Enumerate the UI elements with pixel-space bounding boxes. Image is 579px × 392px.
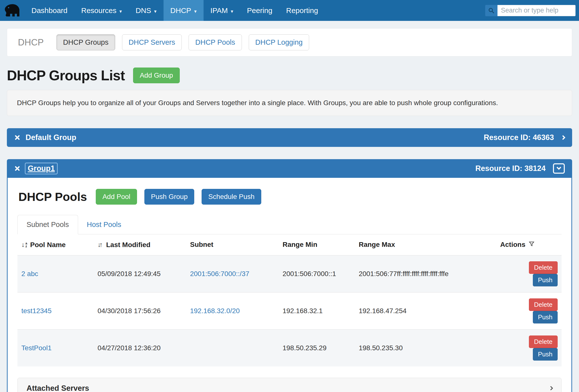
pool-name-link[interactable]: TestPool1 — [21, 344, 52, 352]
table-row: 2 abc 05/09/2018 12:49:45 2001:506:7000:… — [17, 255, 562, 292]
column-pool-name[interactable]: ↓az Pool Name — [17, 234, 94, 255]
column-actions: Actions — [496, 234, 562, 255]
nav-item-label: Resources — [81, 6, 116, 15]
table-row: TestPool1 04/27/2018 12:36:20 198.50.235… — [17, 329, 562, 366]
subnav-dhcp-logging-button[interactable]: DHCP Logging — [249, 34, 309, 50]
delete-button[interactable]: Delete — [529, 261, 558, 274]
last-modified-cell: 04/30/2018 17:56:26 — [94, 292, 186, 329]
chevron-down-icon — [556, 165, 561, 170]
push-button[interactable]: Push — [533, 311, 558, 323]
remove-group-icon[interactable] — [14, 134, 20, 141]
tab-subnet-pools[interactable]: Subnet Pools — [17, 215, 78, 234]
pool-name-link[interactable]: 2 abc — [21, 270, 38, 278]
add-group-button[interactable]: Add Group — [133, 68, 179, 83]
chevron-right-icon[interactable] — [561, 135, 566, 140]
page-description: DHCP Groups help you to organize all of … — [7, 90, 572, 116]
group-name-link[interactable]: Group1 — [26, 163, 57, 174]
pool-tabs: Subnet Pools Host Pools — [17, 215, 562, 234]
delete-button[interactable]: Delete — [529, 335, 558, 348]
nav-item-label: Dashboard — [31, 6, 68, 15]
resource-id-label: Resource ID: 46363 — [484, 133, 554, 142]
section-label: DHCP — [18, 37, 44, 48]
search-icon[interactable] — [485, 5, 498, 16]
filter-icon[interactable] — [528, 241, 535, 248]
nav-item-label: IPAM — [211, 6, 228, 15]
range-max-cell: 192.168.47.254 — [355, 292, 496, 329]
add-pool-button[interactable]: Add Pool — [96, 189, 137, 205]
sort-alphanumeric-icon[interactable]: ↓az — [21, 241, 27, 248]
resource-id-label: Resource ID: 38124 — [475, 164, 546, 173]
group-body: DHCP Pools Add Pool Push Group Schedule … — [7, 178, 572, 392]
nav-item-dashboard[interactable]: Dashboard — [25, 0, 74, 21]
group-panel-group1: Group1 Resource ID: 38124 DHCP Pools Add… — [7, 159, 572, 392]
subnav-dhcp-groups-button[interactable]: DHCP Groups — [57, 34, 115, 50]
nav-item-label: DHCP — [170, 6, 191, 15]
chevron-down-icon: ▾ — [231, 8, 233, 14]
column-last-modified[interactable]: ↓↑ Last Modified — [94, 234, 186, 255]
nav-item-label: DNS — [136, 6, 151, 15]
column-range-max: Range Max — [355, 234, 496, 255]
dhcp-subnav: DHCP DHCP Groups DHCP Servers DHCP Pools… — [7, 28, 572, 57]
attached-servers-label: Attached Servers — [26, 384, 89, 392]
range-min-cell: 192.168.32.1 — [279, 292, 355, 329]
table-header-row: ↓az Pool Name ↓↑ Last Modified Subnet — [17, 234, 562, 255]
main-navigation: Dashboard Resources ▾ DNS ▾ DHCP ▾ IPAM … — [25, 0, 325, 21]
group-header-group1[interactable]: Group1 Resource ID: 38124 — [7, 159, 572, 178]
collapse-group-button[interactable] — [553, 163, 565, 174]
push-button[interactable]: Push — [533, 348, 558, 361]
group-panel-default: Default Group Resource ID: 46363 — [7, 128, 572, 147]
group-name: Default Group — [26, 133, 76, 142]
nav-item-label: Reporting — [286, 6, 318, 15]
range-min-cell: 198.50.235.29 — [279, 329, 355, 366]
range-min-cell: 2001:506:7000::1 — [279, 255, 355, 292]
remove-group-icon[interactable] — [14, 165, 20, 172]
attached-servers-bar[interactable]: Attached Servers — [17, 378, 562, 392]
last-modified-cell: 04/27/2018 12:36:20 — [94, 329, 186, 366]
chevron-down-icon: ▾ — [194, 8, 197, 14]
page-header: DHCP Groups List Add Group — [7, 67, 572, 83]
sort-icon[interactable]: ↓↑ — [97, 241, 101, 248]
search-input[interactable] — [498, 5, 576, 16]
range-max-cell: 2001:506:77ff:ffff:ffff:ffff:ffff:fffe — [355, 255, 496, 292]
page-title: DHCP Groups List — [7, 67, 125, 83]
nav-item-resources[interactable]: Resources ▾ — [74, 0, 129, 21]
nav-item-dhcp[interactable]: DHCP ▾ — [163, 0, 204, 21]
column-subnet: Subnet — [186, 234, 279, 255]
nav-item-ipam[interactable]: IPAM ▾ — [204, 0, 240, 21]
tab-host-pools[interactable]: Host Pools — [78, 215, 130, 234]
table-row: test12345 04/30/2018 17:56:26 192.168.32… — [17, 292, 562, 329]
pool-name-link[interactable]: test12345 — [21, 307, 52, 315]
chevron-down-icon: ▾ — [154, 8, 157, 14]
subnav-dhcp-pools-button[interactable]: DHCP Pools — [189, 34, 242, 50]
nav-item-peering[interactable]: Peering — [240, 0, 279, 21]
last-modified-cell: 05/09/2018 12:49:45 — [94, 255, 186, 292]
chevron-right-icon — [549, 386, 553, 390]
pools-table: ↓az Pool Name ↓↑ Last Modified Subnet — [17, 234, 562, 366]
chevron-down-icon: ▾ — [119, 8, 122, 14]
subnet-link[interactable]: 2001:506:7000::/37 — [190, 270, 249, 278]
nav-item-label: Peering — [247, 6, 272, 15]
mammoth-logo-icon — [3, 3, 21, 18]
global-search — [485, 5, 576, 16]
subnav-dhcp-servers-button[interactable]: DHCP Servers — [122, 34, 182, 50]
schedule-push-button[interactable]: Schedule Push — [202, 189, 261, 205]
subnet-link[interactable]: 192.168.32.0/20 — [190, 307, 240, 315]
delete-button[interactable]: Delete — [529, 298, 558, 311]
app-logo[interactable] — [0, 0, 25, 21]
range-max-cell: 198.50.235.30 — [355, 329, 496, 366]
nav-item-reporting[interactable]: Reporting — [279, 0, 325, 21]
pools-title: DHCP Pools — [18, 190, 87, 204]
push-button[interactable]: Push — [533, 274, 558, 286]
top-navbar: Dashboard Resources ▾ DNS ▾ DHCP ▾ IPAM … — [0, 0, 579, 21]
column-range-min: Range Min — [279, 234, 355, 255]
group-header-default[interactable]: Default Group Resource ID: 46363 — [7, 128, 572, 147]
pools-header: DHCP Pools Add Pool Push Group Schedule … — [18, 189, 561, 205]
nav-item-dns[interactable]: DNS ▾ — [129, 0, 163, 21]
push-group-button[interactable]: Push Group — [145, 189, 194, 205]
